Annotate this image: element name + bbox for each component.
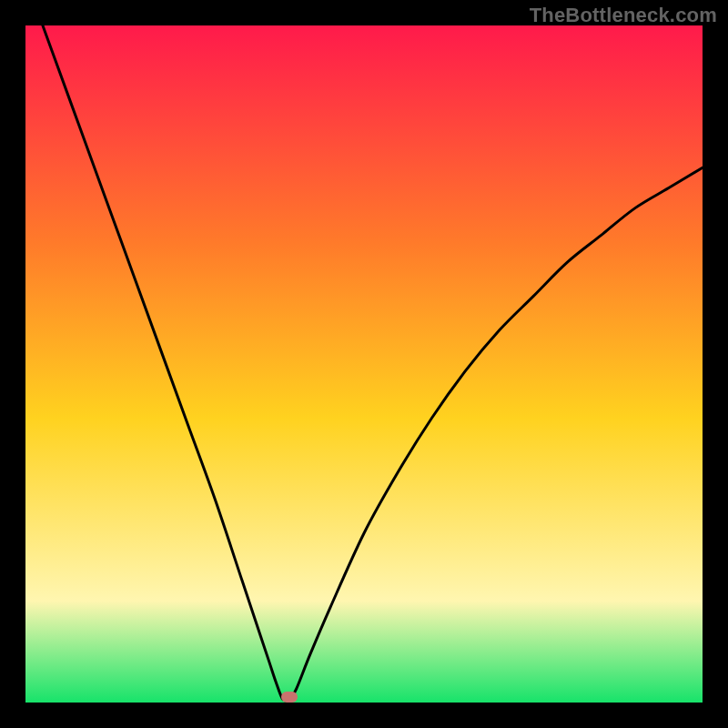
plot-area: [25, 25, 703, 703]
plot-svg: [25, 25, 703, 703]
gradient-bg: [25, 25, 703, 703]
chart-frame: TheBottleneck.com: [0, 0, 728, 728]
minimum-marker: [281, 692, 298, 703]
watermark-text: TheBottleneck.com: [530, 4, 717, 27]
